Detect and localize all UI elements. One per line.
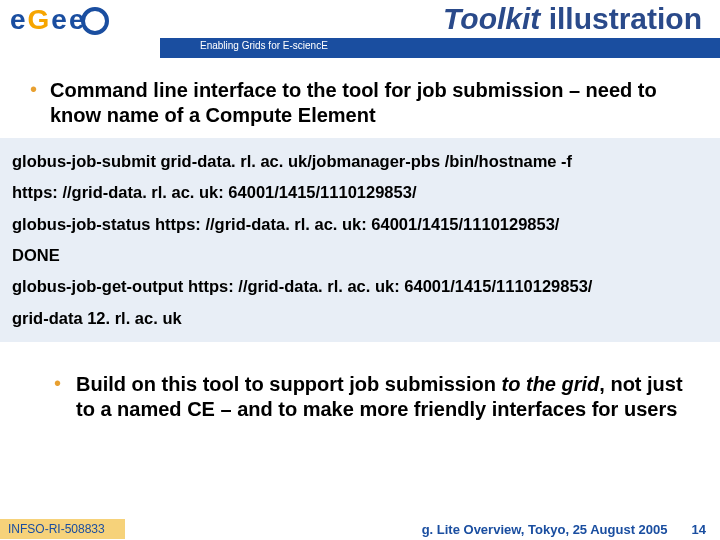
bullet-1-text: Command line interface to the tool for j… (50, 78, 690, 128)
footer-left: INFSO-RI-508833 (0, 519, 125, 539)
title-toolkit: Toolkit (443, 2, 540, 35)
logo-text: eGee (10, 4, 87, 35)
title-illustration: illustration (540, 2, 702, 35)
bullet-dot-icon: • (30, 78, 50, 128)
bullet-2-text: Build on this tool to support job submis… (76, 372, 690, 422)
bullet-1: • Command line interface to the tool for… (30, 78, 690, 128)
slide-footer: INFSO-RI-508833 g. Lite Overview, Tokyo,… (0, 518, 720, 540)
code-line: https: //grid-data. rl. ac. uk: 64001/14… (12, 177, 708, 208)
slide-header: eGee Enabling Grids for E-sciencE Toolki… (0, 0, 720, 64)
footer-page-number: 14 (692, 522, 720, 537)
footer-right: g. Lite Overview, Tokyo, 25 August 2005 (422, 522, 692, 537)
egee-logo: eGee (10, 4, 160, 54)
code-line: DONE (12, 240, 708, 271)
tagline: Enabling Grids for E-sciencE (200, 40, 328, 51)
bullet-dot-icon: • (54, 372, 76, 422)
logo-circle-icon (81, 7, 109, 35)
code-line: globus-job-submit grid-data. rl. ac. uk/… (12, 146, 708, 177)
code-block: globus-job-submit grid-data. rl. ac. uk/… (0, 138, 720, 342)
code-line: globus-job-get-output https: //grid-data… (12, 271, 708, 302)
bullet-2: • Build on this tool to support job subm… (30, 372, 690, 422)
code-line: grid-data 12. rl. ac. uk (12, 303, 708, 334)
slide-content: • Command line interface to the tool for… (0, 64, 720, 422)
code-line: globus-job-status https: //grid-data. rl… (12, 209, 708, 240)
slide-title: Toolkit illustration (443, 2, 702, 36)
